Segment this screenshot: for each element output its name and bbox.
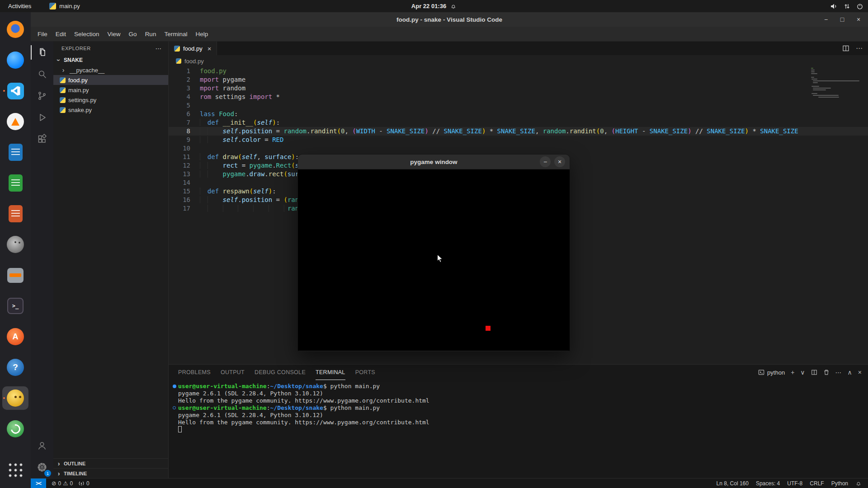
- focused-app-indicator[interactable]: main.py: [49, 3, 80, 9]
- split-terminal-icon[interactable]: [811, 369, 817, 375]
- code-line-1: 1food.py: [169, 67, 868, 75]
- dock-item-help-icon[interactable]: [2, 356, 28, 379]
- tab-food-py[interactable]: food.py ×: [169, 42, 217, 55]
- dock-item-terminal-icon[interactable]: [2, 294, 28, 318]
- dock-item-show-apps-icon[interactable]: [2, 458, 28, 482]
- command-decoration[interactable]: [173, 406, 176, 409]
- breadcrumb[interactable]: food.py: [169, 55, 868, 67]
- file-__pycache__[interactable]: ›__pycache__: [53, 65, 168, 75]
- terminal-output[interactable]: user@user-virtual-machine:~/Desktop/snak…: [169, 380, 868, 478]
- dock-item-vscode-icon[interactable]: [2, 79, 28, 103]
- files-icon: [37, 47, 47, 58]
- panel-tab-problems[interactable]: PROBLEMS: [178, 365, 211, 380]
- dock-item-vlc-icon[interactable]: [2, 110, 28, 133]
- token: lass: [200, 110, 215, 117]
- panel-header: PROBLEMSOUTPUTDEBUG CONSOLETERMINALPORTS…: [169, 365, 868, 380]
- token: randint: [570, 127, 596, 135]
- dock-item-files-icon[interactable]: [2, 263, 28, 287]
- dock-item-writer-icon[interactable]: [2, 141, 28, 164]
- more-actions-icon[interactable]: ⋯: [856, 44, 863, 52]
- menu-view[interactable]: View: [104, 31, 125, 38]
- section-snake[interactable]: › SNAKE: [53, 55, 168, 65]
- dock-item-impress-icon[interactable]: [2, 202, 28, 225]
- dock-item-game-window-icon[interactable]: [2, 386, 28, 410]
- tab-bar: food.py × ⋯: [169, 42, 868, 55]
- dock-item-firefox-icon[interactable]: [2, 18, 28, 41]
- section-timeline[interactable]: ›TIMELINE: [53, 468, 168, 478]
- run-debug-activity-button[interactable]: [31, 107, 53, 128]
- menu-help[interactable]: Help: [191, 31, 212, 38]
- activities-button[interactable]: Activities: [0, 0, 39, 12]
- vscode-titlebar[interactable]: food.py - snake - Visual Studio Code − □…: [31, 12, 868, 27]
- token: (: [612, 127, 615, 135]
- dock-item-software-center-icon[interactable]: [2, 325, 28, 348]
- menu-selection[interactable]: Selection: [70, 31, 104, 38]
- language-mode[interactable]: Python: [831, 480, 848, 487]
- line-number: 17: [169, 204, 190, 213]
- menu-edit[interactable]: Edit: [52, 31, 70, 38]
- file-food.py[interactable]: food.py: [53, 75, 168, 85]
- section-label: TIMELINE: [64, 471, 87, 476]
- menu-go[interactable]: Go: [125, 31, 141, 38]
- panel-tab-ports[interactable]: PORTS: [355, 365, 375, 380]
- panel-tab-terminal[interactable]: TERMINAL: [316, 365, 345, 380]
- menu-file[interactable]: File: [33, 31, 52, 38]
- terminal-text: :: [267, 383, 270, 389]
- command-decoration[interactable]: [173, 385, 176, 388]
- pygame-minimize-button[interactable]: −: [540, 156, 551, 167]
- menu-run[interactable]: Run: [141, 31, 160, 38]
- close-panel-icon[interactable]: ×: [858, 369, 862, 376]
- python-file-icon: [60, 107, 66, 113]
- eol[interactable]: CRLF: [810, 480, 824, 487]
- accounts-button[interactable]: [31, 435, 53, 456]
- extensions-activity-button[interactable]: [31, 128, 53, 150]
- encoding[interactable]: UTF-8: [787, 480, 802, 487]
- maximize-panel-icon[interactable]: ∧: [848, 369, 852, 376]
- problems-indicator[interactable]: ⊘ 0 ⚠ 0: [52, 480, 73, 487]
- token: settings: [211, 93, 249, 100]
- panel-tab-output[interactable]: OUTPUT: [221, 365, 245, 380]
- explorer-header: EXPLORER ⋯: [53, 42, 168, 55]
- terminal-text: Hello from the pygame community. https:/…: [178, 419, 429, 426]
- minimize-button[interactable]: −: [823, 16, 829, 23]
- close-button[interactable]: ×: [855, 16, 862, 23]
- dock-item-updater-icon[interactable]: [2, 417, 28, 441]
- file-settings.py[interactable]: settings.py: [53, 95, 168, 105]
- panel-more-icon[interactable]: ⋯: [835, 369, 842, 376]
- explorer-activity-button[interactable]: [31, 42, 53, 63]
- remote-indicator[interactable]: ><: [31, 479, 46, 488]
- dock-item-calc-icon[interactable]: [2, 171, 28, 195]
- token: //: [429, 127, 444, 135]
- tab-close-icon[interactable]: ×: [208, 45, 212, 52]
- split-editor-icon[interactable]: [842, 45, 849, 52]
- new-terminal-icon[interactable]: +: [791, 369, 794, 376]
- breadcrumb-item[interactable]: food.py: [184, 58, 204, 65]
- dock-item-thunderbird-icon[interactable]: [2, 48, 28, 72]
- ports-indicator[interactable]: 0: [78, 480, 90, 487]
- file-main.py[interactable]: main.py: [53, 85, 168, 95]
- source-control-activity-button[interactable]: [31, 85, 53, 107]
- terminal-profile[interactable]: python: [758, 369, 785, 376]
- maximize-button[interactable]: □: [839, 16, 845, 23]
- search-activity-button[interactable]: [31, 63, 53, 85]
- section-outline[interactable]: ›OUTLINE: [53, 458, 168, 468]
- kill-terminal-icon[interactable]: [823, 369, 830, 375]
- settings-button[interactable]: 1: [31, 456, 53, 478]
- pygame-window[interactable]: pygame window − ×: [298, 155, 570, 351]
- notifications-bell-icon[interactable]: [855, 480, 862, 487]
- dock-item-gimp-icon[interactable]: [2, 233, 28, 256]
- pygame-close-button[interactable]: ×: [554, 156, 565, 167]
- statusbar-left: >< ⊘ 0 ⚠ 0 0: [31, 479, 90, 488]
- cursor-position[interactable]: Ln 8, Col 160: [717, 480, 749, 487]
- system-tray[interactable]: [830, 3, 863, 10]
- terminal-dropdown-icon[interactable]: ∨: [800, 369, 805, 376]
- indentation[interactable]: Spaces: 4: [756, 480, 780, 487]
- menu-terminal[interactable]: Terminal: [160, 31, 191, 38]
- minimap[interactable]: [811, 68, 862, 99]
- more-actions-icon[interactable]: ⋯: [155, 45, 162, 52]
- clock[interactable]: Apr 22 01:36: [411, 3, 457, 9]
- pygame-titlebar[interactable]: pygame window − ×: [298, 155, 570, 169]
- panel-tab-debug-console[interactable]: DEBUG CONSOLE: [255, 365, 306, 380]
- file-snake.py[interactable]: snake.py: [53, 105, 168, 115]
- file-label: settings.py: [68, 97, 96, 103]
